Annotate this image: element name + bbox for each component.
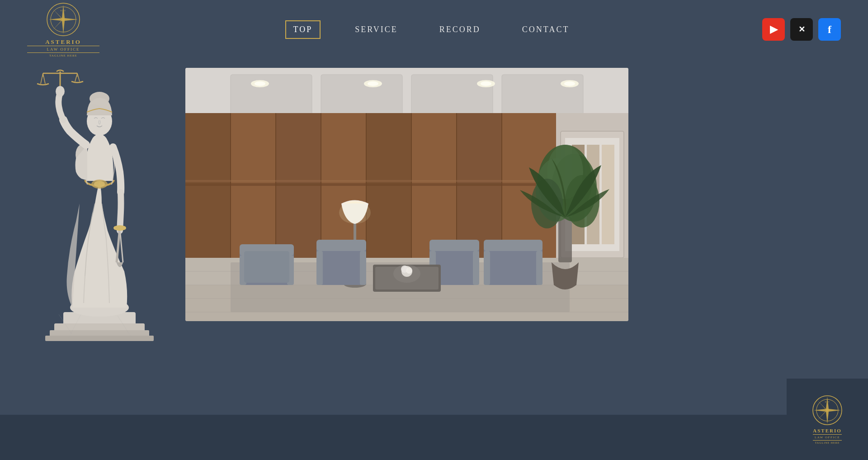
facebook-button[interactable]: f [818, 18, 841, 41]
svg-line-34 [117, 228, 120, 262]
svg-point-51 [564, 81, 575, 86]
svg-line-30 [75, 73, 77, 81]
svg-line-31 [77, 73, 80, 81]
svg-rect-42 [411, 75, 493, 115]
svg-point-25 [56, 86, 65, 97]
svg-rect-102 [484, 251, 490, 285]
svg-point-127 [826, 409, 829, 412]
svg-text:EST: EST [61, 9, 66, 12]
watermark-emblem-icon: EST [811, 394, 843, 426]
logo-tagline: TAGLINE HERE [49, 54, 77, 57]
svg-point-45 [255, 81, 265, 86]
facebook-icon: f [828, 24, 831, 36]
bottom-strip [0, 415, 787, 460]
svg-line-35 [120, 228, 123, 262]
svg-rect-94 [316, 251, 323, 285]
office-interior-image [185, 68, 628, 321]
nav-record[interactable]: RECORD [432, 21, 488, 38]
statue-container [27, 68, 172, 348]
nav-top[interactable]: TOP [285, 20, 321, 39]
svg-text:EST: EST [825, 401, 830, 403]
svg-point-37 [113, 225, 126, 231]
svg-point-86 [339, 201, 371, 224]
watermark-name: ASTERIO [813, 428, 842, 433]
twitter-icon: ✕ [798, 24, 805, 34]
svg-point-10 [62, 18, 65, 21]
logo-name: ASTERIO [45, 38, 81, 46]
logo-emblem-icon: EST [45, 1, 81, 38]
watermark-subtext: LAW OFFICE [813, 434, 842, 441]
svg-point-47 [368, 81, 378, 86]
watermark-tagline: TAGLINE HERE [815, 441, 840, 444]
svg-rect-69 [185, 180, 556, 182]
main-content: EST ASTERIO LAW OFFICE TAGLINE HERE [0, 59, 868, 460]
svg-rect-95 [360, 251, 366, 285]
social-icons: ▶ ✕ f [762, 18, 841, 41]
svg-rect-40 [231, 75, 312, 115]
twitter-button[interactable]: ✕ [790, 18, 813, 41]
svg-rect-41 [321, 75, 402, 115]
svg-rect-15 [45, 336, 154, 341]
watermark-logo: EST ASTERIO LAW OFFICE TAGLINE HERE [787, 379, 868, 460]
nav-contact[interactable]: CONTACT [515, 21, 577, 38]
svg-rect-103 [536, 251, 542, 285]
svg-rect-97 [429, 240, 479, 251]
svg-rect-110 [558, 217, 572, 262]
office-interior [185, 68, 628, 321]
svg-point-109 [406, 267, 412, 274]
svg-point-21 [94, 181, 105, 187]
svg-rect-99 [473, 251, 479, 285]
youtube-button[interactable]: ▶ [762, 18, 785, 41]
svg-rect-101 [484, 240, 542, 251]
svg-rect-91 [244, 251, 289, 283]
svg-rect-93 [316, 240, 366, 251]
logo-subtext: LAW OFFICE [27, 46, 99, 53]
nav-service[interactable]: SERVICE [348, 21, 405, 38]
lady-justice-statue-icon [27, 68, 172, 348]
svg-line-29 [43, 73, 45, 84]
svg-point-49 [481, 81, 491, 86]
header: EST ASTERIO LAW OFFICE TAGLINE HERE TOP … [0, 0, 868, 59]
svg-line-28 [41, 73, 43, 84]
svg-rect-68 [185, 183, 556, 186]
logo: EST ASTERIO LAW OFFICE TAGLINE HERE [27, 1, 99, 57]
main-nav: TOP SERVICE RECORD CONTACT [99, 20, 762, 39]
youtube-icon: ▶ [770, 24, 778, 35]
